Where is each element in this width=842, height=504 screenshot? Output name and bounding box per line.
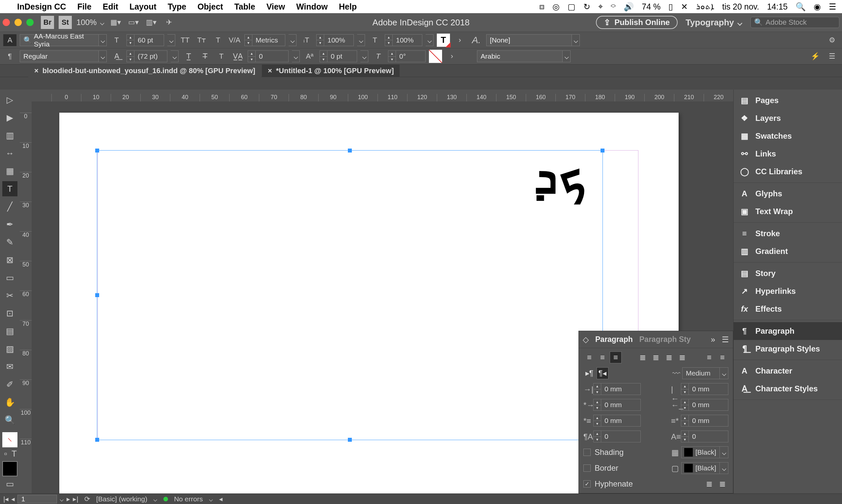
panel-layers[interactable]: ❖Layers <box>734 109 842 127</box>
document-tab-2[interactable]: × *Untitled-1 @ 100% [GPU Preview] <box>262 65 400 77</box>
volume-icon[interactable]: 🔊 <box>624 2 634 12</box>
space-before-field[interactable]: 0 mm <box>601 415 641 427</box>
zoom-window-button[interactable] <box>26 19 34 26</box>
panel-effects[interactable]: fxEffects <box>734 300 842 318</box>
baseline-grid-on-button[interactable]: ≣ <box>716 478 728 490</box>
baseline-grid-off-button[interactable]: ≣ <box>703 478 715 490</box>
airplay-icon[interactable]: ▢ <box>568 2 575 12</box>
keyboard-lang[interactable]: ܐܬܘܪ <box>696 2 714 12</box>
language-dropdown[interactable]: ⌵ <box>563 50 571 62</box>
screen-mode-button[interactable]: ▭▾ <box>127 16 140 28</box>
hscale-dropdown[interactable]: ⌵ <box>426 34 433 46</box>
document-tab-1[interactable]: × bloodied-but-unbowed_yousuf_16.indd @ … <box>28 65 261 77</box>
preflight-errors-dropdown[interactable]: ⌵ <box>209 495 213 503</box>
space-before-stepper[interactable]: ▴▾ <box>593 415 601 427</box>
justify-center-button[interactable]: ≣ <box>650 352 662 363</box>
allcaps-button[interactable]: TT <box>179 34 192 46</box>
minimize-window-button[interactable] <box>15 19 22 26</box>
battery-icon[interactable]: ▯ <box>668 2 673 12</box>
ltr-direction-button[interactable]: ▸¶ <box>584 367 595 379</box>
font-family-field[interactable]: 🔍 AA-Marcus East Syria <box>20 34 99 46</box>
frame-handle[interactable] <box>348 148 352 152</box>
panel-menu-button[interactable]: ☰ <box>826 50 839 62</box>
dropcap-lines-stepper[interactable]: ▴▾ <box>593 431 601 443</box>
character-style-dropdown[interactable]: ⌵ <box>572 34 580 46</box>
gpu-preview-button[interactable]: ✈ <box>162 16 176 28</box>
text-content[interactable]: ܟܕ <box>531 148 586 205</box>
smallcaps-button[interactable]: Tᴛ <box>195 34 208 46</box>
view-options-button[interactable]: ▦▾ <box>109 16 122 28</box>
selection-tool[interactable]: ▷ <box>2 92 17 107</box>
menubar-date[interactable]: tis 20 nov. <box>722 2 759 12</box>
eyedropper-tool[interactable]: ✐ <box>2 377 17 392</box>
panel-menu-icon[interactable]: ☰ <box>722 335 729 344</box>
character-style-field[interactable]: [None] <box>486 34 572 46</box>
space-after-field[interactable]: 0 mm <box>689 415 728 427</box>
panel-gradient[interactable]: ▥Gradient <box>734 242 842 260</box>
menubar-time[interactable]: 14:15 <box>767 2 788 12</box>
app-name[interactable]: InDesign CC <box>17 2 66 12</box>
shading-swatch-dropdown[interactable]: ⌵ <box>719 446 728 458</box>
gradient-feather-tool[interactable]: ▨ <box>2 341 17 356</box>
font-size-stepper[interactable]: ▴▾ <box>126 34 135 46</box>
baseline-stepper[interactable]: ▴▾ <box>320 50 327 62</box>
stock-button[interactable]: St <box>59 16 72 29</box>
default-fill-stroke[interactable]: ▫ <box>2 450 9 457</box>
cc-status-icon[interactable]: ◎ <box>552 2 560 12</box>
space-after-stepper[interactable]: ▴▾ <box>681 415 689 427</box>
panel-stroke[interactable]: ≡Stroke <box>734 224 842 242</box>
menu-type[interactable]: Type <box>168 2 186 12</box>
preflight-errors[interactable]: No errors <box>174 495 203 503</box>
page-dropdown[interactable]: ⌵ <box>60 495 64 503</box>
border-checkbox[interactable] <box>584 465 591 472</box>
dropcap-chars-field[interactable]: 0 <box>689 431 728 443</box>
first-line-field[interactable]: 0 mm <box>601 399 641 411</box>
frame-handle[interactable] <box>348 438 352 442</box>
frame-handle[interactable] <box>95 293 99 297</box>
gradient-swatch-tool[interactable]: ▤ <box>2 323 17 339</box>
stroke-swatch[interactable] <box>429 50 442 63</box>
kerning-stepper[interactable]: ▴▾ <box>245 34 252 46</box>
dropcap-lines-field[interactable]: 0 <box>601 431 641 443</box>
shading-swatch[interactable] <box>684 448 693 456</box>
prev-page-button[interactable]: ◂ <box>11 495 15 503</box>
content-collector-tool[interactable]: ▦ <box>2 163 17 179</box>
font-size-field[interactable]: 60 pt <box>135 34 164 46</box>
vscale-stepper[interactable]: ▴▾ <box>316 34 324 46</box>
kerning-field[interactable]: Metrics <box>252 34 285 46</box>
scissors-tool[interactable]: ✂ <box>2 288 17 303</box>
first-page-button[interactable]: |◂ <box>3 495 8 503</box>
menu-file[interactable]: File <box>77 2 92 12</box>
hand-tool[interactable]: ✋ <box>2 395 17 410</box>
skew-field[interactable]: 0° <box>396 50 426 62</box>
font-family-dropdown[interactable]: ⌵ <box>99 34 107 46</box>
panel-hyperlinks[interactable]: ↗Hyperlinks <box>734 282 842 300</box>
pen-tool[interactable]: ✒ <box>2 217 17 232</box>
collapse-panel-icon[interactable]: » <box>711 335 715 344</box>
type-tool[interactable]: T <box>2 181 17 196</box>
open-preflight-icon[interactable]: ⟳ <box>84 495 90 503</box>
underline-button[interactable]: T̲ <box>182 50 195 62</box>
justify-all-button[interactable]: ≣ <box>676 352 688 363</box>
zoom-tool[interactable]: 🔍 <box>2 412 17 428</box>
font-style-field[interactable]: Regular <box>20 50 99 62</box>
zoom-dropdown-icon[interactable]: ⌵ <box>100 18 104 27</box>
close-tab-icon[interactable]: × <box>268 67 272 75</box>
formatting-affects-text[interactable]: T <box>11 450 18 457</box>
screen-mode-toggle[interactable]: ▭ <box>2 479 17 489</box>
panel-swatches[interactable]: ▦Swatches <box>734 127 842 145</box>
baseline-dropdown[interactable]: ⌵ <box>360 50 368 62</box>
tracking-field[interactable]: 0 <box>256 50 289 62</box>
stock-search[interactable]: 🔍 Adobe Stock <box>750 17 839 28</box>
menu-help[interactable]: Help <box>339 2 357 12</box>
dropbox-icon[interactable]: ⧈ <box>539 2 544 12</box>
apply-color-button[interactable] <box>2 461 17 476</box>
bluetooth-icon[interactable]: ⌖ <box>598 2 603 12</box>
preflight-dropdown[interactable]: ⌵ <box>153 495 158 503</box>
character-format-mode[interactable]: A <box>3 34 16 46</box>
panel-paragraph[interactable]: ¶Paragraph <box>734 322 842 340</box>
pencil-tool[interactable]: ✎ <box>2 235 17 250</box>
panel-pages[interactable]: ▤Pages <box>734 92 842 109</box>
menu-layout[interactable]: Layout <box>129 2 157 12</box>
align-left-button[interactable]: ≡ <box>584 352 595 363</box>
